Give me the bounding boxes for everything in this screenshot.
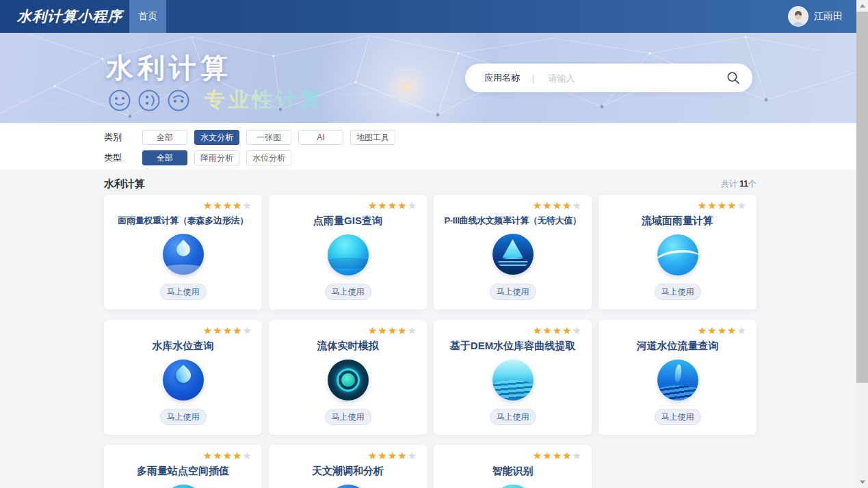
star-icon: ★: [388, 200, 397, 211]
user-menu[interactable]: 江雨田: [788, 6, 843, 27]
star-icon: ★: [233, 450, 242, 461]
star-icon: ★: [397, 450, 407, 461]
star-icon: ★: [388, 450, 397, 461]
layered-waves-icon: [492, 360, 534, 401]
app-title: 面雨量权重计算（泰森多边形法）: [118, 215, 248, 227]
star-icon: ★: [233, 325, 242, 336]
star-icon: ★: [553, 325, 562, 336]
hero-subtitle-row: 专业性计算: [108, 86, 324, 114]
app-card: ★★★★★ 水库水位查询 马上使用: [104, 320, 262, 435]
star-icon: ★: [707, 200, 717, 211]
star-icon: ★: [408, 200, 417, 211]
app-card: ★★★★★ 流体实时模拟 马上使用: [269, 320, 427, 435]
app-card: ★★★★★ 面雨量权重计算（泰森多边形法） 马上使用: [104, 195, 262, 310]
tab-home[interactable]: 首页: [129, 0, 166, 33]
rating-stars: ★★★★★: [533, 325, 585, 336]
star-icon: ★: [573, 325, 582, 336]
filter-option[interactable]: 全部: [142, 130, 187, 145]
search-divider: |: [532, 73, 534, 83]
wave-sphere-icon: [657, 234, 698, 275]
star-icon: ★: [562, 325, 572, 336]
star-icon: ★: [397, 325, 407, 336]
peak-reflection-icon: [492, 234, 534, 275]
star-icon: ★: [542, 450, 552, 461]
star-icon: ★: [368, 325, 378, 336]
rating-stars: ★★★★★: [698, 325, 750, 336]
star-icon: ★: [368, 450, 378, 461]
water-drop-icon: [163, 360, 204, 401]
use-now-button[interactable]: 马上使用: [325, 409, 371, 425]
search-icon[interactable]: [726, 71, 740, 85]
filter-option[interactable]: AI: [298, 130, 343, 145]
app-brand: 水利计算小程序: [17, 7, 122, 26]
rating-stars: ★★★★★: [203, 450, 255, 461]
star-icon: ★: [397, 200, 407, 211]
water-drop-wave-icon: [163, 234, 204, 275]
star-icon: ★: [213, 450, 222, 461]
app-title: 多雨量站点空间插值: [137, 465, 229, 478]
scroll-down-button[interactable]: [856, 476, 868, 488]
star-icon: ★: [368, 200, 378, 211]
star-icon: ★: [533, 325, 542, 336]
scrollbar-thumb[interactable]: [856, 12, 868, 383]
filter-option[interactable]: 水位分析: [246, 150, 291, 165]
count-prefix: 共计: [721, 179, 739, 189]
filter-option[interactable]: 一张图: [246, 130, 291, 145]
star-icon: ★: [213, 200, 222, 211]
section-title: 水利计算: [104, 178, 145, 191]
star-icon: ★: [727, 200, 737, 211]
star-icon: ★: [737, 200, 747, 211]
app-title: 流体实时模拟: [317, 340, 379, 353]
cyan-sphere-icon: [163, 485, 204, 488]
user-avatar-icon: [788, 6, 808, 27]
smiley-wink-icon: [137, 89, 161, 112]
main-content: 水利计算 共计 11个 ★★★★★ 面雨量权重计算（泰森多边形法） 马上使用 ★…: [0, 170, 856, 488]
star-icon: ★: [408, 325, 417, 336]
section-header: 水利计算 共计 11个: [104, 176, 757, 192]
hero-title: 水利计算: [106, 49, 232, 87]
star-icon: ★: [553, 450, 562, 461]
app-cards-grid: ★★★★★ 面雨量权重计算（泰森多边形法） 马上使用 ★★★★★ 点雨量GIS查…: [104, 195, 757, 488]
total-count: 共计 11个: [721, 178, 757, 190]
rating-stars: ★★★★★: [368, 325, 420, 336]
star-icon: ★: [378, 200, 387, 211]
use-now-button[interactable]: 马上使用: [490, 284, 536, 300]
filter-option[interactable]: 地图工具: [350, 130, 395, 145]
nav-tabs: 首页: [129, 0, 166, 33]
use-now-button[interactable]: 马上使用: [490, 409, 536, 425]
filter-label: 类别: [104, 131, 131, 144]
use-now-button[interactable]: 马上使用: [655, 284, 701, 300]
top-navbar: 水利计算小程序 首页 江雨田: [0, 0, 856, 33]
blue-sphere-icon: [328, 485, 369, 488]
star-icon: ★: [562, 450, 572, 461]
star-icon: ★: [203, 450, 213, 461]
app-title: 水库水位查询: [153, 340, 214, 353]
filter-option[interactable]: 全部: [142, 150, 187, 165]
filter-option[interactable]: 降雨分析: [194, 150, 239, 165]
search-bar: 应用名称 |: [465, 64, 752, 92]
scroll-up-button[interactable]: [856, 0, 868, 12]
user-name: 江雨田: [814, 10, 843, 23]
app-title: 河道水位流量查询: [637, 340, 719, 353]
star-icon: ★: [573, 450, 582, 461]
filter-label: 类型: [104, 152, 131, 164]
star-icon: ★: [203, 200, 213, 211]
star-icon: ★: [553, 200, 562, 211]
star-icon: ★: [533, 200, 542, 211]
app-title: 天文潮调和分析: [312, 465, 384, 478]
star-icon: ★: [533, 450, 542, 461]
use-now-button[interactable]: 马上使用: [160, 284, 207, 300]
star-icon: ★: [408, 450, 417, 461]
star-icon: ★: [223, 325, 233, 336]
star-icon: ★: [737, 325, 747, 336]
rating-stars: ★★★★★: [698, 200, 750, 211]
use-now-button[interactable]: 马上使用: [325, 284, 371, 300]
star-icon: ★: [223, 200, 233, 211]
search-input[interactable]: [547, 72, 726, 84]
star-icon: ★: [562, 200, 572, 211]
use-now-button[interactable]: 马上使用: [160, 409, 207, 425]
use-now-button[interactable]: 马上使用: [655, 409, 701, 425]
app-window: 水利计算小程序 首页 江雨田: [0, 0, 868, 488]
filter-option[interactable]: 水文分析: [194, 130, 239, 145]
filter-options: 全部降雨分析水位分析: [142, 150, 298, 165]
